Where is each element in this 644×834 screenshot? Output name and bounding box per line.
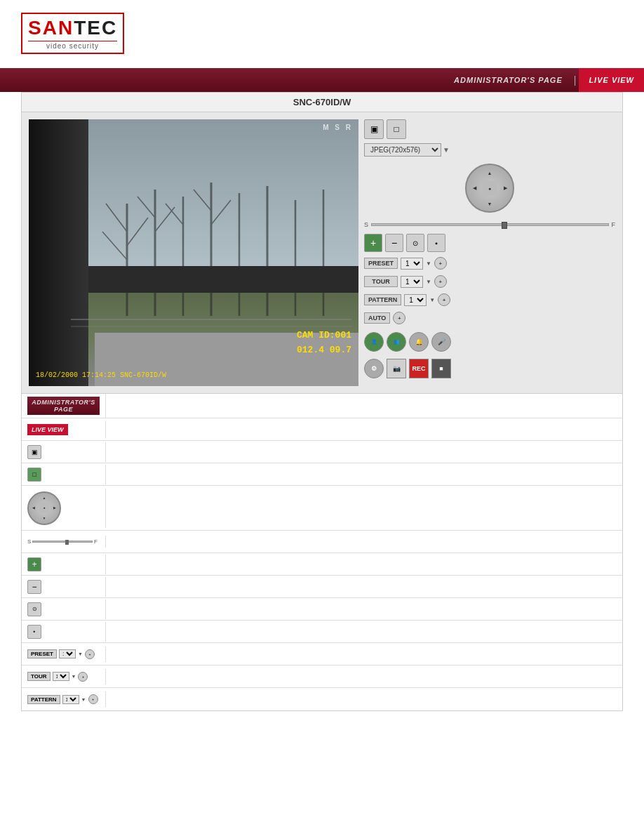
mini-ptz-right[interactable]: ▶ <box>49 503 60 513</box>
legend-desc-icon1 <box>106 449 622 455</box>
mini-ptz-joystick: ▲ ◀ ● ▶ ▼ <box>27 491 61 525</box>
tour-go-button[interactable]: + <box>434 275 447 288</box>
preset-go-button[interactable]: + <box>434 257 447 270</box>
record-button[interactable]: REC <box>409 359 429 378</box>
settings-button[interactable]: ▪ <box>427 234 445 252</box>
svg-line-3 <box>102 232 127 260</box>
mini-zoomin-button[interactable]: + <box>27 557 41 571</box>
legend-row-tour: TOUR 1 ▼ + <box>22 666 622 688</box>
camera-title: SNC-670ID/W <box>22 93 622 112</box>
mini-ptz-up[interactable]: ▲ <box>39 493 50 503</box>
mini-preset-go[interactable]: + <box>85 649 95 659</box>
legend-row-ctrl4: ▪ <box>22 621 622 643</box>
legend-icon-live: LIVE VIEW <box>22 421 106 438</box>
controls-panel: ▣ □ JPEG(720x576) MPEG4(720x576) H.264(7… <box>364 119 615 386</box>
ptz-upright-button[interactable] <box>497 165 513 180</box>
ptz-down-button[interactable]: ▼ <box>482 196 497 211</box>
mini-ptz-center[interactable]: ● <box>39 503 50 513</box>
video-osd: CAM ID:001 012.4 09.7 <box>297 329 351 358</box>
tracking-button[interactable]: 👥 <box>387 332 406 352</box>
zoom-slider[interactable] <box>371 223 608 226</box>
legend-desc-live <box>106 427 622 432</box>
live-view-button[interactable]: LIVE VIEW <box>579 68 644 92</box>
mini-preset-label: PRESET <box>27 649 57 658</box>
mini-tour-label: TOUR <box>27 672 51 681</box>
mini-tour-row: TOUR 1 ▼ + <box>27 672 88 682</box>
ptz-up-button[interactable]: ▲ <box>482 165 497 180</box>
mini-live-button[interactable]: LIVE VIEW <box>27 424 68 435</box>
mini-ptz-dl[interactable] <box>29 513 39 524</box>
preset-select[interactable]: 123 <box>401 258 423 270</box>
ptz-center-button[interactable]: ● <box>482 180 497 196</box>
legend-row-ctrl1: + <box>22 553 622 576</box>
tour-select[interactable]: 123 <box>401 276 423 288</box>
camera-settings-button[interactable]: ⚙ <box>364 359 384 378</box>
legend-icon-ctrl2: − <box>22 577 106 597</box>
svg-line-11 <box>211 200 231 225</box>
codec-select[interactable]: JPEG(720x576) MPEG4(720x576) H.264(720x5… <box>364 143 441 157</box>
ptz-right-button[interactable]: ▶ <box>497 180 513 196</box>
ptz-upleft-button[interactable] <box>467 165 482 180</box>
legend-icon-green: □ <box>22 465 106 484</box>
legend-desc-icon2 <box>106 472 622 477</box>
legend-desc-ptz <box>106 505 622 511</box>
mini-zoom-track[interactable] <box>32 541 93 543</box>
legend-desc-ctrl4 <box>106 629 622 635</box>
alarm-button[interactable]: 🔔 <box>409 332 429 352</box>
record-buttons: ⚙ 📷 REC ■ <box>364 359 615 378</box>
legend-row-admin: ADMINISTRATOR'S PAGE <box>22 394 622 418</box>
mini-green-icon[interactable]: □ <box>27 468 41 482</box>
legend-row-pattern: PATTERN 1 ▼ + <box>22 688 622 710</box>
mini-zoom-s: S <box>27 538 31 545</box>
snapshot-button[interactable]: 📷 <box>387 359 406 378</box>
home-button[interactable]: ⊙ <box>406 234 424 252</box>
camera-panel: M S R CAM ID:001 012.4 09.7 18/02/2000 1… <box>22 112 622 393</box>
legend-desc-tour <box>106 674 622 680</box>
mini-settings-button[interactable]: ▪ <box>27 625 41 639</box>
mini-pattern-row: PATTERN 1 ▼ + <box>27 694 98 704</box>
auto-go-button[interactable]: + <box>393 312 405 324</box>
svg-line-2 <box>127 218 148 246</box>
pattern-label: PATTERN <box>364 294 401 305</box>
standard-view-button[interactable]: ▣ <box>364 119 384 139</box>
legend-icon-preset: PRESET 1 ▼ + <box>22 647 106 662</box>
mini-zoomout-button[interactable]: − <box>27 580 41 594</box>
brand-tec: TEC <box>74 17 117 39</box>
legend-row-icon1: ▣ <box>22 441 622 463</box>
tour-label: TOUR <box>364 276 398 287</box>
mini-tour-select[interactable]: 1 <box>53 672 69 681</box>
legend-row-ctrl3: ⊙ <box>22 598 622 621</box>
mini-pattern-go[interactable]: + <box>88 694 98 704</box>
mini-ptz-ur[interactable] <box>49 493 60 503</box>
pattern-go-button[interactable]: + <box>438 293 450 306</box>
ptz-left-button[interactable]: ◀ <box>467 180 482 196</box>
mini-ptz-down[interactable]: ▼ <box>39 513 50 524</box>
mini-standard-icon[interactable]: ▣ <box>27 445 41 459</box>
view-mode-row: ▣ □ <box>364 119 615 139</box>
mini-pattern-select[interactable]: 1 <box>62 695 79 704</box>
logo-area: SANTEC video security <box>0 0 644 61</box>
ptz-downright-button[interactable] <box>497 196 513 211</box>
mini-preset-select[interactable]: 1 <box>59 649 76 658</box>
mini-ptz-ul[interactable] <box>29 493 39 503</box>
fullscreen-view-button[interactable]: □ <box>387 119 406 139</box>
pattern-select[interactable]: 123 <box>404 294 427 306</box>
mini-pattern-label: PATTERN <box>27 695 60 704</box>
zoom-thumb <box>502 222 507 229</box>
stop-button[interactable]: ■ <box>431 359 451 378</box>
brand-san: SAN <box>28 17 74 39</box>
audio-button[interactable]: 🎤 <box>431 332 451 352</box>
legend-icon-zoom: S F <box>22 536 106 548</box>
mini-admin-button[interactable]: ADMINISTRATOR'S PAGE <box>27 397 100 415</box>
tree-silhouettes <box>71 161 351 316</box>
zoom-in-button[interactable]: + <box>364 234 382 252</box>
auto-button[interactable]: AUTO <box>364 312 390 324</box>
main-content: SNC-670ID/W <box>21 92 623 394</box>
ptz-downleft-button[interactable] <box>467 196 482 211</box>
mini-tour-go[interactable]: + <box>78 672 88 682</box>
mini-ptz-left[interactable]: ◀ <box>29 503 39 513</box>
zoom-out-button[interactable]: − <box>385 234 403 252</box>
motion-detect-button[interactable]: 👤 <box>364 332 384 352</box>
mini-ptz-dr[interactable] <box>49 513 60 524</box>
mini-home-button[interactable]: ⊙ <box>27 602 41 616</box>
